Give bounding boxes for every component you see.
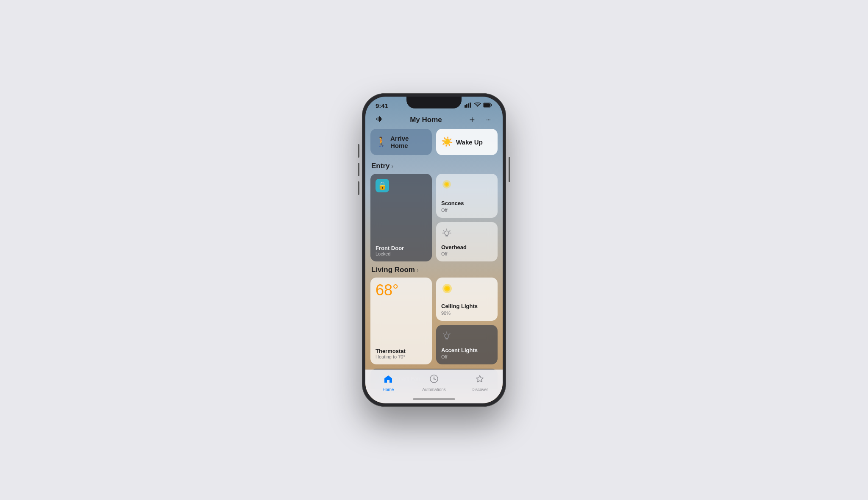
battery-icon: [483, 102, 492, 109]
svg-point-27: [434, 378, 435, 380]
front-door-card[interactable]: 🔒 Front Door Locked: [370, 174, 432, 261]
ceiling-lights-card[interactable]: Ceiling Lights 90%: [436, 278, 498, 321]
tab-discover[interactable]: Discover: [457, 374, 503, 392]
svg-rect-20: [445, 338, 448, 339]
accent-lights-name: Accent Lights: [441, 347, 492, 354]
entry-devices: 🔒 Front Door Locked: [370, 174, 498, 261]
home-indicator: [413, 398, 455, 400]
thermostat-card[interactable]: 68° Thermostat Heating to 70°: [370, 278, 432, 364]
svg-rect-3: [470, 103, 471, 108]
arrive-home-label: Arrive Home: [390, 135, 427, 149]
front-door-status: Locked: [376, 251, 427, 256]
ceiling-lights-icon: [441, 289, 453, 296]
svg-rect-7: [378, 117, 378, 121]
status-time: 9:41: [376, 102, 388, 109]
living-room-chevron: ›: [417, 267, 419, 273]
overhead-icon: [441, 232, 452, 239]
lock-icon: 🔒: [376, 179, 389, 192]
svg-rect-0: [465, 105, 466, 108]
ceiling-lights-status: 90%: [441, 311, 492, 316]
overhead-status: Off: [441, 251, 492, 256]
automations-tab-label: Automations: [422, 387, 446, 392]
front-door-name: Front Door: [376, 245, 427, 251]
phone-screen: 9:41: [365, 97, 503, 403]
thermostat-status: Heating to 70°: [376, 354, 427, 359]
notch: [406, 97, 462, 108]
discover-tab-icon: [475, 374, 484, 386]
thermostat-temp: 68°: [376, 283, 427, 298]
svg-rect-10: [381, 118, 382, 120]
top-nav: My Home + ···: [365, 111, 503, 129]
entry-title: Entry: [371, 162, 389, 170]
sconces-icon: [441, 184, 452, 191]
wake-up-label: Wake Up: [456, 139, 483, 146]
svg-rect-6: [376, 118, 377, 120]
accent-lights-status: Off: [441, 354, 492, 359]
accent-lights-card[interactable]: Accent Lights Off: [436, 325, 498, 365]
svg-marker-28: [476, 375, 483, 382]
overhead-card[interactable]: Overhead Off: [436, 222, 498, 262]
arrive-home-scene[interactable]: 🚶 Arrive Home: [370, 129, 432, 155]
svg-point-18: [445, 287, 449, 290]
home-tab-icon: [384, 374, 393, 386]
wake-up-scene[interactable]: ☀️ Wake Up: [436, 129, 498, 155]
svg-rect-2: [468, 103, 469, 108]
discover-tab-label: Discover: [472, 387, 488, 392]
arrive-home-icon: 🚶: [376, 136, 387, 147]
status-icons: [465, 102, 492, 109]
more-button[interactable]: ···: [482, 116, 494, 124]
tab-home[interactable]: Home: [365, 374, 411, 392]
living-room-title: Living Room: [371, 266, 415, 274]
svg-point-19: [445, 334, 449, 338]
sconces-status: Off: [441, 208, 492, 213]
ceiling-lights-name: Ceiling Lights: [441, 303, 492, 310]
entry-chevron: ›: [391, 163, 393, 169]
accent-lights-icon: [441, 335, 452, 342]
svg-point-13: [445, 183, 448, 186]
voice-button[interactable]: [374, 115, 386, 125]
svg-rect-1: [466, 104, 467, 108]
svg-point-14: [445, 231, 449, 235]
svg-rect-8: [379, 116, 380, 122]
sconces-name: Sconces: [441, 200, 492, 207]
svg-rect-15: [445, 235, 448, 236]
add-button[interactable]: +: [466, 114, 478, 125]
svg-rect-9: [380, 117, 381, 121]
overhead-name: Overhead: [441, 244, 492, 251]
tab-automations[interactable]: Automations: [411, 374, 457, 392]
signal-icon: [465, 103, 472, 109]
thermostat-name: Thermostat: [376, 348, 427, 354]
sconces-card[interactable]: Sconces Off: [436, 174, 498, 218]
wifi-icon: [474, 102, 481, 109]
svg-rect-5: [484, 103, 490, 107]
scroll-content[interactable]: 🚶 Arrive Home ☀️ Wake Up Entry ›: [365, 129, 503, 389]
living-room-section-header[interactable]: Living Room ›: [371, 266, 498, 274]
scenes-row: 🚶 Arrive Home ☀️ Wake Up: [370, 129, 498, 155]
automations-tab-icon: [429, 374, 439, 386]
wake-up-icon: ☀️: [441, 136, 453, 147]
page-title: My Home: [386, 116, 466, 124]
phone-frame: 9:41: [362, 93, 506, 407]
entry-section-header[interactable]: Entry ›: [371, 162, 498, 170]
home-tab-label: Home: [383, 387, 394, 392]
